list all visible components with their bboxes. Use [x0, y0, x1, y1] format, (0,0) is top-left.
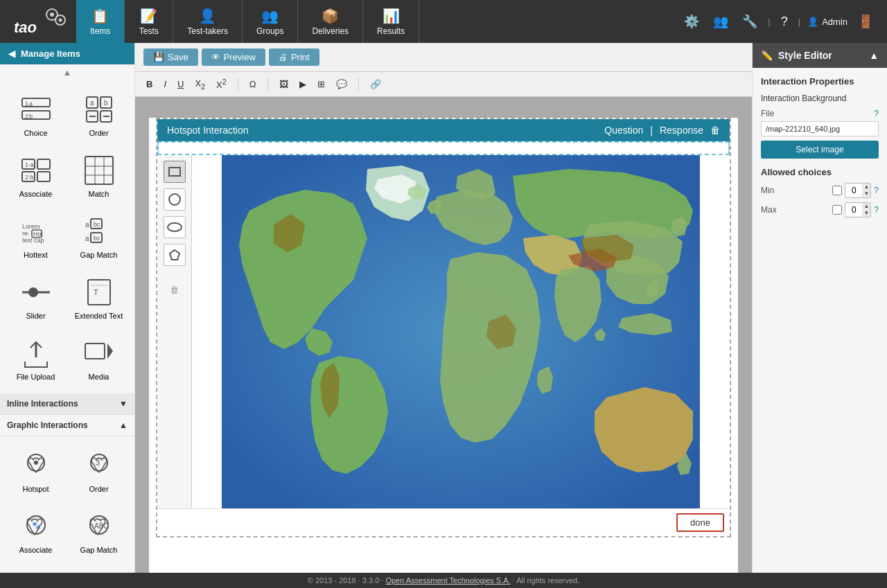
note-button[interactable]: 💬	[333, 78, 350, 91]
editor-area[interactable]: Hotspot Interaction Question | Response …	[135, 97, 752, 573]
scroll-up-btn[interactable]: ▲	[0, 64, 134, 80]
table-button[interactable]: ⊞	[315, 78, 328, 91]
file-label: File ?	[761, 109, 879, 118]
preview-label: Preview	[224, 52, 256, 62]
nav-item-tests[interactable]: 📝 Tests	[125, 0, 173, 43]
svg-text:1: 1	[25, 100, 28, 107]
italic-button[interactable]: I	[161, 78, 169, 91]
sidebar-item-choice[interactable]: 1 a 2 b Choice	[7, 87, 64, 143]
question-link[interactable]: Question	[604, 125, 643, 136]
bold-button[interactable]: B	[143, 78, 155, 91]
nav-item-items[interactable]: 📋 Items	[76, 0, 125, 43]
sidebar-item-match[interactable]: Match	[70, 148, 128, 204]
sidebar-item-slider[interactable]: Slider	[7, 270, 64, 326]
admin-button[interactable]: 👤 Admin	[807, 17, 848, 27]
sidebar-item-gap-match[interactable]: a bc a bc Gap Match	[70, 209, 128, 265]
manage-items-header[interactable]: ◀ Manage Items	[0, 43, 134, 64]
graphic-associate-icon: 🐾	[19, 510, 53, 543]
preview-button[interactable]: 👁 Preview	[202, 48, 265, 66]
polygon-shape-btn[interactable]	[164, 244, 186, 266]
ellipse-shape-btn[interactable]	[164, 216, 186, 238]
order-icon: a b	[82, 93, 116, 126]
response-link[interactable]: Response	[660, 125, 703, 136]
max-checkbox[interactable]	[832, 205, 842, 215]
svg-text:tao: tao	[14, 19, 37, 36]
sidebar-item-graphic-order[interactable]: 3 2 Order	[70, 443, 128, 499]
circle-shape-btn[interactable]	[164, 188, 186, 211]
min-label: Min	[761, 186, 774, 195]
rect-shape-btn[interactable]	[164, 161, 186, 183]
svg-text:bc: bc	[94, 221, 100, 228]
delete-shape-btn[interactable]: 🗑	[164, 278, 186, 301]
wrench-icon[interactable]: 🔧	[739, 10, 761, 33]
nav-item-groups[interactable]: 👥 Groups	[243, 0, 298, 43]
help-icon[interactable]: ?	[778, 11, 791, 33]
inline-chevron-icon: ▼	[119, 399, 128, 409]
min-up-arrow[interactable]: ▲	[862, 184, 870, 190]
image-button[interactable]: 🖼	[276, 78, 291, 91]
sidebar-item-graphic-hotspot[interactable]: Hotspot	[7, 443, 64, 499]
file-upload-icon	[19, 337, 53, 370]
svg-text:a: a	[29, 100, 33, 107]
file-help-icon[interactable]: ?	[874, 109, 879, 118]
admin-icon: 👤	[807, 17, 818, 27]
delete-icon[interactable]: 🗑	[710, 125, 720, 136]
save-button[interactable]: 💾 Save	[143, 48, 198, 66]
graphic-gap-match-label: Gap Match	[80, 546, 118, 554]
link-button[interactable]: 🔗	[367, 78, 384, 91]
nav-item-deliveries[interactable]: 📦 Deliveries	[298, 0, 363, 43]
nav-item-test-takers[interactable]: 👤 Test-takers	[173, 0, 243, 43]
sidebar-item-file-upload[interactable]: File Upload	[7, 331, 64, 386]
nav-item-results[interactable]: 📊 Results	[363, 0, 419, 43]
shape-tools: 🗑	[157, 155, 192, 508]
sidebar-item-order[interactable]: a b Order	[70, 87, 128, 143]
print-button[interactable]: 🖨 Print	[269, 48, 319, 66]
footer: © 2013 - 2018 · 3.3.0 · Open Assessment …	[0, 573, 887, 588]
sidebar-item-select-point[interactable]: Select Point	[7, 565, 64, 573]
logo[interactable]: tao	[0, 6, 76, 37]
sidebar-item-extended-text[interactable]: T Extended Text	[70, 270, 128, 326]
superscript-button[interactable]: X2	[213, 76, 229, 91]
done-button[interactable]: done	[676, 513, 724, 532]
svg-text:ABC: ABC	[94, 522, 109, 530]
svg-text:T: T	[94, 288, 98, 296]
select-image-button[interactable]: Select image	[761, 141, 879, 159]
sidebar-item-hottext[interactable]: Lorem re· Hot text cap Hottext	[7, 209, 64, 265]
svg-text:a: a	[85, 235, 89, 242]
logout-icon[interactable]: 🚪	[854, 10, 877, 33]
hottext-label: Hottext	[24, 251, 48, 259]
users-icon[interactable]: 👥	[710, 10, 732, 33]
sidebar-item-media[interactable]: Media	[70, 331, 128, 386]
right-panel: ✏️ Style Editor ▲ Interaction Properties…	[752, 43, 887, 573]
video-button[interactable]: ▶	[297, 78, 309, 91]
deliveries-icon: 📦	[322, 8, 339, 24]
graphic-gap-match-icon: ABC	[82, 510, 116, 543]
subscript-button[interactable]: X2	[192, 77, 208, 92]
min-checkbox[interactable]	[832, 186, 842, 195]
fmt-separator-1	[238, 78, 238, 91]
nav-divider-2: |	[798, 17, 800, 27]
company-link[interactable]: Open Assessment Technologies S.A.	[385, 576, 510, 585]
settings-icon[interactable]: ⚙️	[680, 10, 703, 33]
graphic-interactions-header[interactable]: Graphic Interactions ▲	[0, 415, 134, 436]
special-chars-button[interactable]: Ω	[247, 78, 259, 91]
max-help-icon[interactable]: ?	[874, 205, 879, 215]
groups-icon: 👥	[261, 8, 279, 24]
max-down-arrow[interactable]: ▼	[862, 210, 870, 217]
max-up-arrow[interactable]: ▲	[862, 203, 870, 210]
items-icon: 📋	[91, 8, 109, 24]
collapse-right-icon[interactable]: ▲	[869, 50, 879, 61]
inline-interactions-header[interactable]: Inline Interactions ▼	[0, 393, 134, 415]
svg-text:a: a	[85, 221, 89, 229]
sidebar-item-graphic-associate[interactable]: 🐾 Associate	[7, 504, 64, 560]
file-value: /map-221210_640.jpg	[761, 121, 879, 136]
world-map-svg	[192, 155, 730, 508]
underline-button[interactable]: U	[175, 78, 186, 91]
svg-marker-47	[107, 344, 113, 359]
min-down-arrow[interactable]: ▼	[862, 190, 870, 197]
save-label: Save	[168, 52, 188, 62]
sidebar-item-associate[interactable]: 1·a 2·b Associate	[7, 148, 64, 204]
min-help-icon[interactable]: ?	[874, 186, 879, 195]
fmt-separator-2	[267, 78, 268, 91]
sidebar-item-graphic-gap-match[interactable]: ABC Gap Match	[70, 504, 128, 560]
